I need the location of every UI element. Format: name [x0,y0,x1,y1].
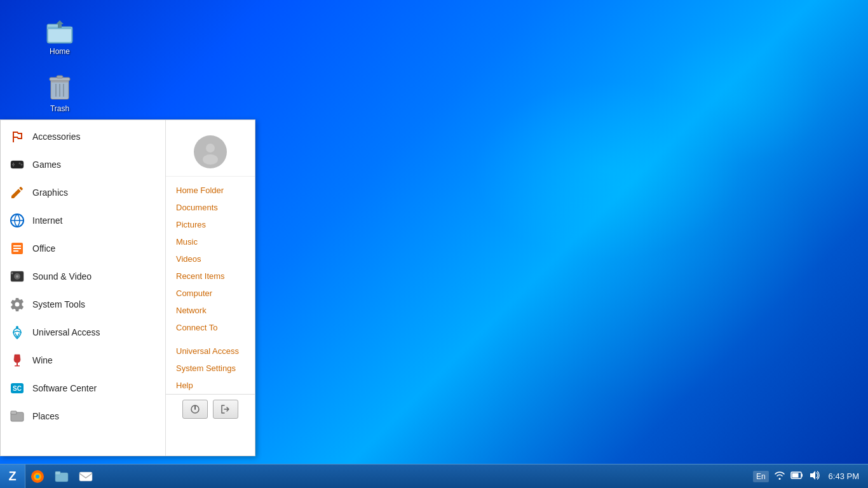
menu-item-universal-access[interactable]: Universal Access [1,318,165,346]
firefox-icon [30,469,45,484]
svg-rect-9 [57,76,63,78]
svg-rect-48 [792,473,798,477]
application-menu: Accessories Games Graphics Internet [0,119,255,456]
user-avatar [194,135,227,168]
accessories-label: Accessories [32,132,80,142]
graphics-icon [8,184,26,201]
office-icon [8,240,26,257]
menu-item-accessories[interactable]: Accessories [1,123,165,151]
office-label: Office [32,243,55,254]
lang-indicator[interactable]: En [753,471,769,482]
svg-rect-2 [48,28,71,42]
logout-button[interactable] [213,400,238,419]
universal-access-icon [8,323,26,341]
internet-icon [8,212,26,229]
taskbar-firefox[interactable] [25,464,50,489]
logout-icon [220,404,231,414]
sound-video-label: Sound & Video [32,271,92,281]
right-item-universal-access[interactable]: Universal Access [166,342,255,360]
menu-categories: Accessories Games Graphics Internet [1,120,166,456]
menu-item-places[interactable]: Places [1,402,165,430]
svg-rect-23 [13,250,18,252]
svg-marker-50 [810,471,815,480]
graphics-label: Graphics [32,187,68,198]
svg-point-17 [19,163,21,165]
places-icon [8,407,26,425]
trash-desktop-icon[interactable]: Trash [34,70,85,116]
battery-icon[interactable] [790,471,803,482]
menu-item-games[interactable]: Games [1,151,165,179]
wifi-icon[interactable] [774,470,785,484]
menu-item-graphics[interactable]: Graphics [1,179,165,207]
menu-action-buttons [166,394,255,424]
taskbar-files[interactable] [50,464,74,489]
svg-rect-22 [13,248,21,249]
svg-point-37 [206,144,215,152]
accessories-icon [8,128,26,146]
taskbar: Z En [0,464,868,488]
software-center-icon: SC [8,379,26,397]
right-item-connect-to[interactable]: Connect To [166,319,255,336]
shutdown-button[interactable] [182,400,208,419]
right-item-videos[interactable]: Videos [166,250,255,268]
menu-item-sound-video[interactable]: Sound & Video [1,262,165,290]
menu-item-office[interactable]: Office [1,234,165,262]
files-icon [54,469,69,484]
system-tray: En 6:43 PM [753,470,868,484]
svg-rect-46 [79,472,92,481]
svg-text:SC: SC [13,385,22,392]
right-item-system-settings[interactable]: System Settings [166,360,255,377]
svg-rect-16 [12,164,15,165]
menu-item-wine[interactable]: Wine [1,346,165,374]
svg-rect-21 [13,245,21,247]
start-button[interactable]: Z [0,464,25,489]
right-item-computer[interactable]: Computer [166,285,255,302]
right-item-network[interactable]: Network [166,302,255,319]
volume-icon[interactable] [808,470,820,484]
system-tools-icon [8,295,26,313]
svg-point-27 [11,273,13,274]
svg-rect-30 [15,365,20,367]
svg-rect-45 [55,471,60,475]
games-label: Games [32,159,61,170]
right-item-documents[interactable]: Documents [166,199,255,216]
wine-icon [8,351,26,369]
menu-item-software-center[interactable]: SC Software Center [1,374,165,402]
right-item-recent-items[interactable]: Recent Items [166,268,255,285]
svg-rect-29 [17,363,18,365]
trash-icon-label: Trash [50,104,69,113]
home-desktop-icon[interactable]: Home [34,13,85,58]
universal-access-label: Universal Access [32,327,100,337]
right-item-home-folder[interactable]: Home Folder [166,182,255,199]
svg-rect-13 [51,83,68,98]
svg-point-26 [16,275,18,278]
system-tools-label: System Tools [32,299,85,309]
menu-item-system-tools[interactable]: System Tools [1,290,165,318]
places-label: Places [32,411,59,421]
svg-rect-5 [58,24,62,28]
svg-rect-34 [11,411,17,414]
desktop: Home Trash [0,0,868,488]
right-item-help[interactable]: Help [166,377,255,394]
svg-point-18 [21,164,23,166]
svg-rect-49 [801,473,803,477]
wine-label: Wine [32,355,53,365]
svg-point-38 [203,154,218,165]
games-icon [8,156,26,173]
svg-marker-4 [56,20,64,24]
power-icon [190,404,200,414]
home-folder-icon [44,15,75,46]
right-item-music[interactable]: Music [166,233,255,250]
sound-video-icon [8,268,26,285]
internet-label: Internet [32,215,62,226]
software-center-label: Software Center [32,383,97,393]
menu-shortcuts: Home Folder Documents Pictures Music Vid… [166,120,255,456]
menu-item-internet[interactable]: Internet [1,207,165,234]
svg-point-43 [36,475,39,478]
right-item-pictures[interactable]: Pictures [166,216,255,233]
mail-icon [78,469,93,484]
trash-icon-img [44,72,75,103]
home-icon-label: Home [50,47,70,56]
taskbar-mail[interactable] [74,464,98,489]
user-profile-area[interactable] [166,125,255,177]
